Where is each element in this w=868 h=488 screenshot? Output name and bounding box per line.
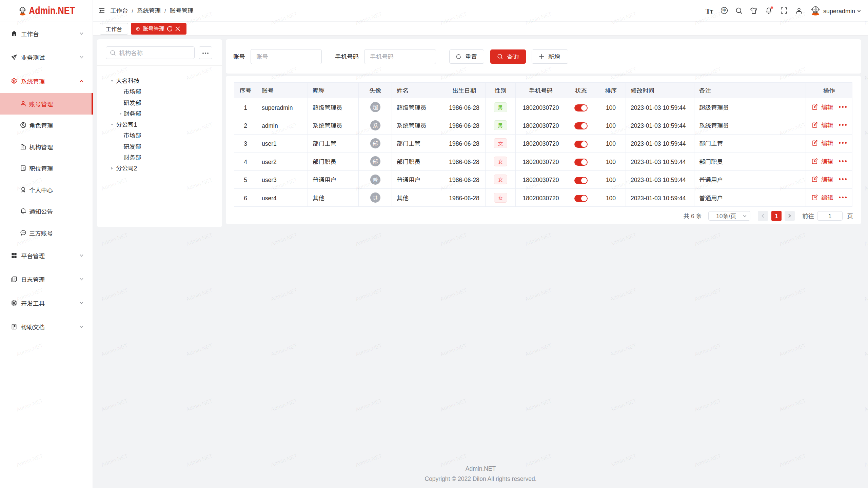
svg-text:中: 中 bbox=[722, 7, 726, 13]
svg-text:Admin.NET: Admin.NET bbox=[29, 5, 75, 16]
